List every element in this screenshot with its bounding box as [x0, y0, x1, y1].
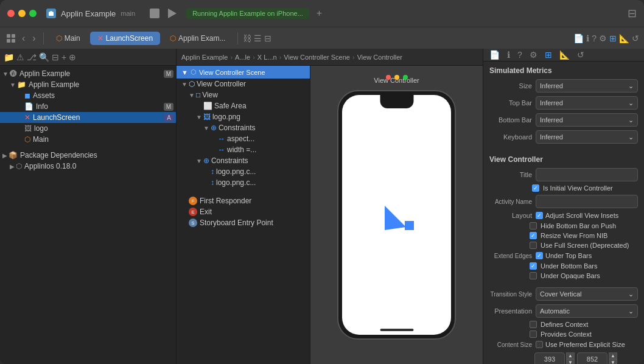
sidebar-error-icon[interactable]: ⚠ [16, 52, 24, 62]
right-info-icon[interactable]: ℹ [505, 49, 513, 61]
help-icon[interactable]: ? [592, 33, 597, 43]
under-opaque-checkbox[interactable] [530, 272, 537, 279]
height-stepper[interactable]: ▲ ▼ [609, 352, 617, 364]
sidebar-item-applin-example-folder[interactable]: ▼ 📁 Applin Example [0, 79, 176, 90]
dot-red [386, 75, 391, 80]
right-file-icon[interactable]: 📄 [487, 49, 502, 61]
entry-icon: S [189, 219, 197, 227]
tree-constraint-c2[interactable]: ↕ logo.png.c... [177, 177, 310, 188]
sidebar-search-icon[interactable]: 🔍 [39, 52, 49, 62]
use-preferred-checkbox[interactable] [536, 341, 543, 348]
tree-constraints-1[interactable]: ▼ ⊕ Constraints [177, 122, 310, 133]
adjust-scroll-checkbox[interactable] [536, 212, 543, 219]
sidebar-filter-icon[interactable]: ⊟ [52, 52, 59, 62]
tree-first-responder[interactable]: F First Responder [177, 195, 310, 206]
refresh-icon[interactable]: ↺ [632, 33, 639, 43]
right-sliders-icon[interactable]: ⊞ [542, 49, 555, 61]
canvas[interactable]: View Controller → [310, 66, 483, 364]
breadcrumb-scene[interactable]: View Controller Scene [284, 54, 350, 61]
defines-context-checkbox[interactable] [530, 321, 537, 328]
section-vc: View Controller [483, 150, 644, 166]
under-top-bars-checkbox[interactable] [536, 252, 543, 259]
scene-header[interactable]: ▼ ⬡ View Controller Scene [177, 66, 310, 79]
ruler-icon[interactable]: 📐 [619, 33, 629, 43]
tree-constraints-2[interactable]: ▼ ⊕ Constraints [177, 155, 310, 166]
sidebar-item-info[interactable]: 📄 Info M [0, 101, 176, 112]
info-icon[interactable]: ℹ [586, 33, 589, 43]
height-input[interactable] [577, 352, 607, 364]
width-group: ▲ ▼ [534, 352, 575, 364]
height-down-button[interactable]: ▼ [609, 359, 617, 364]
under-bottom-bars-checkbox[interactable] [530, 262, 537, 270]
link-icon[interactable]: ⛓ [243, 33, 251, 43]
right-refresh-icon[interactable]: ↺ [575, 49, 587, 61]
tree-exit[interactable]: E Exit [177, 206, 310, 217]
tree-aspect[interactable]: ↔ aspect... [177, 133, 310, 144]
sidebar-item-logo[interactable]: 🖼 logo [0, 123, 176, 134]
sidebar-item-package-deps[interactable]: ▶ 📦 Package Dependencies [0, 150, 176, 161]
gear-icon[interactable]: ⚙ [599, 33, 607, 43]
tree-view[interactable]: ▼ □ View [177, 89, 310, 100]
sidebar-more-icon[interactable]: ⊕ [69, 52, 76, 62]
sidebar-item-assets[interactable]: ◼ Assets [0, 90, 176, 101]
sidebar-folder-icon[interactable]: 📁 [4, 52, 14, 62]
sidebar-item-launchscreen[interactable]: ✕ LaunchScreen A [0, 112, 176, 123]
forward-button[interactable]: › [30, 32, 38, 45]
full-screen-checkbox[interactable] [530, 242, 537, 249]
activity-name-input[interactable] [536, 195, 638, 208]
height-up-button[interactable]: ▲ [609, 352, 617, 359]
right-ruler-icon[interactable]: 📐 [557, 49, 572, 61]
sidebar-item-main[interactable]: ⬡ Main [0, 134, 176, 145]
sliders-icon[interactable]: ⊞ [609, 33, 617, 43]
transition-select[interactable]: Cover Vertical ⌄ [536, 287, 638, 301]
breadcrumb-item[interactable]: View Controller [357, 54, 402, 61]
width-input[interactable] [534, 352, 565, 364]
tree-safe-area[interactable]: ⬜ Safe Area [177, 100, 310, 111]
phone-frame [337, 90, 456, 340]
grid-view-button[interactable] [5, 32, 17, 44]
hide-bottom-checkbox[interactable] [530, 222, 537, 229]
play-button[interactable] [168, 9, 177, 18]
tree-logo-png[interactable]: ▼ 🖼 logo.png [177, 111, 310, 122]
right-help-icon[interactable]: ? [515, 49, 525, 61]
width-down-button[interactable]: ▼ [566, 359, 575, 364]
close-button[interactable] [7, 10, 15, 17]
sidebar-git-icon[interactable]: ⎇ [27, 52, 37, 62]
panel-icon[interactable]: ⊟ [264, 33, 271, 43]
presentation-select[interactable]: Automatic ⌄ [536, 304, 638, 318]
tree-view-controller[interactable]: ▼ ⬡ View Controller [177, 79, 310, 89]
breadcrumb-folder[interactable]: A...le [235, 54, 250, 61]
sidebar-item-applinios[interactable]: ▶ ⬡ Applinlos 0.18.0 [0, 161, 176, 172]
width-up-button[interactable]: ▲ [566, 352, 575, 359]
provides-context-checkbox[interactable] [530, 331, 537, 338]
tree-storyboard-entry[interactable]: S Storyboard Entry Point [177, 217, 310, 228]
tab-main[interactable]: ⬡ Main [49, 32, 88, 45]
breadcrumb-project[interactable]: Applin Example [181, 54, 228, 61]
width-stepper[interactable]: ▲ ▼ [566, 352, 575, 364]
sidebar-add-icon[interactable]: + [61, 52, 66, 62]
minimize-button[interactable] [18, 10, 26, 17]
top-bar-select[interactable]: Inferred ⌄ [536, 96, 638, 110]
sidebar-item-label: logo [34, 124, 48, 133]
back-button[interactable]: ‹ [19, 32, 27, 45]
maximize-button[interactable] [29, 10, 37, 17]
tab-launchscreen[interactable]: ✕ LaunchScreen [90, 32, 160, 45]
size-select[interactable]: Inferred ⌄ [536, 79, 638, 93]
tree-width[interactable]: ↔ width =... [177, 144, 310, 155]
stop-button[interactable] [150, 9, 159, 18]
file-icon[interactable]: 📄 [573, 33, 584, 43]
add-tab-button[interactable]: + [317, 8, 322, 19]
content-size-label: Content Size [489, 341, 532, 348]
right-gear-icon[interactable]: ⚙ [527, 49, 540, 61]
resize-nib-checkbox[interactable] [530, 232, 537, 239]
keyboard-select[interactable]: Inferred ⌄ [536, 130, 638, 144]
breadcrumb-file[interactable]: X L...n [257, 54, 277, 61]
tree-constraint-c1[interactable]: ↕ logo.png.c... [177, 166, 310, 177]
sidebar-item-applin-example-root[interactable]: ▼ 🅐 Applin Example M [0, 68, 176, 79]
tab-applin[interactable]: ⬡ Applin Exam... [163, 32, 233, 45]
bottom-bar-select[interactable]: Inferred ⌄ [536, 113, 638, 127]
is-initial-checkbox[interactable] [532, 184, 539, 192]
title-input[interactable] [536, 168, 638, 181]
sidebar-toggle-button[interactable]: ⊟ [628, 7, 637, 20]
list-icon[interactable]: ☰ [254, 33, 262, 43]
